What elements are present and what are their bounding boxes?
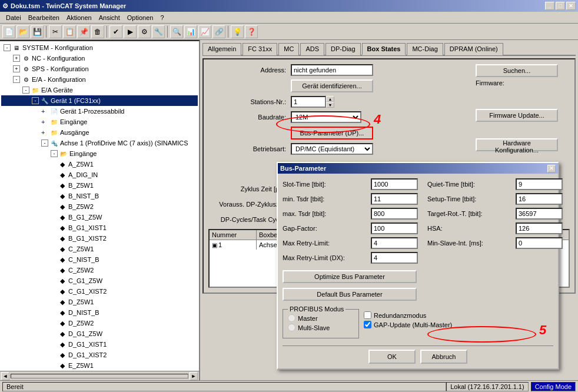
tab-box-states[interactable]: Box States (362, 43, 406, 55)
menu-ansicht[interactable]: Ansicht (95, 13, 124, 22)
dialog-ok-button[interactable]: OK (368, 350, 416, 364)
tree-item-c_g1_z5w[interactable]: ◆ C_G1_Z5W (1, 275, 198, 286)
scroll-right-btn[interactable]: ► (190, 372, 198, 380)
firmware-update-button[interactable]: Firmware Update... (476, 109, 558, 122)
expander-nc[interactable]: + (13, 55, 20, 62)
tree-item-c_g1_xist2[interactable]: ◆ C_G1_XIST2 (1, 286, 198, 297)
gap-factor-input[interactable] (371, 222, 418, 234)
scroll-left-btn[interactable]: ◄ (1, 372, 9, 380)
default-bus-button[interactable]: Default Bus Parameter (283, 288, 417, 301)
tree-container[interactable]: - 🖥 SYSTEM - Konfiguration + ⚙ NC - Konf… (0, 41, 199, 371)
tree-hscrollbar[interactable]: ◄ ► (0, 371, 199, 380)
tree-item-d_g1_xist1[interactable]: ◆ D_G1_XIST1 (1, 339, 198, 350)
tree-item-b_g1_z5w[interactable]: ◆ B_G1_Z5W (1, 212, 198, 222)
tb-check[interactable]: ✔ (109, 25, 122, 38)
min-tsdr-input[interactable] (371, 193, 418, 205)
tb-open[interactable]: 📂 (16, 25, 29, 38)
tab-mc[interactable]: MC (278, 43, 299, 55)
tree-item-a_dig_in[interactable]: ◆ A_DIG_IN (1, 170, 198, 180)
menu-help[interactable]: ? (157, 13, 167, 22)
tb-delete[interactable]: 🗑 (91, 25, 104, 38)
expander-achse1[interactable]: - (41, 139, 48, 147)
bus-parameter-button[interactable]: Bus-Parameter (DP)... (291, 127, 373, 139)
max-retry-input[interactable] (371, 237, 418, 249)
geraet-identifizieren-button[interactable]: Gerät identifizieren... (291, 79, 373, 92)
min-slave-input[interactable] (516, 237, 563, 249)
target-rot-input[interactable] (516, 208, 563, 220)
tab-ads[interactable]: ADS (300, 43, 324, 55)
tree-item-geraet1[interactable]: - 🔧 Gerät 1 (FC31xx) (1, 95, 198, 106)
tb-btn9[interactable]: 💡 (231, 25, 244, 38)
tb-save[interactable]: 💾 (31, 25, 44, 38)
stations-spin-down[interactable]: ▼ (326, 102, 334, 108)
baudrate-select[interactable]: 12M 6M 3M (291, 111, 361, 123)
gap-update-checkbox[interactable] (364, 321, 371, 328)
slot-time-input[interactable] (371, 178, 418, 190)
tree-item-c_nist_b[interactable]: ◆ C_NIST_B (1, 254, 198, 265)
tb-paste[interactable]: 📌 (77, 25, 90, 38)
tb-copy[interactable]: 📋 (63, 25, 76, 38)
expander-ea[interactable]: - (13, 76, 20, 83)
minimize-button[interactable]: _ (545, 2, 554, 10)
stations-spin-up[interactable]: ▲ (326, 96, 334, 102)
expander-system[interactable]: - (4, 44, 11, 51)
menu-aktionen[interactable]: Aktionen (63, 13, 95, 22)
tree-item-d_g1_z5w[interactable]: ◆ D_G1_Z5W (1, 328, 198, 339)
tree-item-b_g1_xist2[interactable]: ◆ B_G1_XIST2 (1, 233, 198, 244)
dialog-close-button[interactable]: ✕ (547, 165, 556, 172)
tab-dp-diag[interactable]: DP-Diag (325, 43, 361, 55)
expander-ea-geraete[interactable]: - (22, 87, 29, 94)
tree-item-sps[interactable]: + ⚙ SPS - Konfiguration (1, 64, 198, 74)
setup-time-input[interactable] (516, 193, 563, 205)
tree-item-b_z5w1[interactable]: ◆ B_Z5W1 (1, 180, 198, 191)
tree-item-achse1-eingaenge[interactable]: - 📂 Eingänge (1, 148, 198, 159)
tab-allgemein[interactable]: Allgemein (202, 43, 241, 55)
stations-input[interactable] (291, 96, 326, 108)
tab-fc31xx[interactable]: FC 31xx (243, 43, 277, 55)
tree-item-ausgaenge[interactable]: + 📁 Ausgänge (1, 127, 198, 138)
tb-btn7[interactable]: 📈 (198, 25, 211, 38)
dialog-abbruch-button[interactable]: Abbruch (420, 350, 467, 364)
max-tsdr-input[interactable] (371, 208, 418, 220)
tb-btn4[interactable]: 🔧 (152, 25, 165, 38)
menu-bearbeiten[interactable]: Bearbeiten (25, 13, 63, 22)
tree-item-b_g1_xist1[interactable]: ◆ B_G1_XIST1 (1, 222, 198, 233)
tree-item-c_z5w1[interactable]: ◆ C_Z5W1 (1, 244, 198, 254)
tree-item-c_z5w2[interactable]: ◆ C_Z5W2 (1, 265, 198, 275)
max-retry-dx-input[interactable] (371, 252, 418, 264)
tree-item-b_nist_b[interactable]: ◆ B_NIST_B (1, 191, 198, 201)
tb-btn8[interactable]: 🔗 (212, 25, 225, 38)
tree-item-prozessbild[interactable]: + 📄 Gerät 1-Prozessabbild (1, 106, 198, 117)
suchen-button[interactable]: Suchen... (476, 64, 558, 77)
tree-item-d_z5w1[interactable]: ◆ D_Z5W1 (1, 297, 198, 307)
tree-item-d_nist_b[interactable]: ◆ D_NIST_B (1, 307, 198, 318)
master-radio[interactable] (288, 314, 295, 322)
tab-dpram[interactable]: DPRAM (Online) (444, 43, 503, 55)
redundanzmodus-checkbox[interactable] (364, 311, 371, 319)
tab-mc-diag[interactable]: MC-Diag (407, 43, 443, 55)
tree-item-d_z5w2[interactable]: ◆ D_Z5W2 (1, 318, 198, 328)
tb-btn6[interactable]: 📊 (184, 25, 197, 38)
expander-geraet1[interactable]: - (32, 97, 39, 104)
tree-item-eingaenge[interactable]: + 📁 Eingänge (1, 117, 198, 127)
address-input[interactable] (291, 64, 373, 76)
multi-slave-radio[interactable] (288, 324, 295, 331)
tb-cut[interactable]: ✂ (49, 25, 62, 38)
tree-item-ea[interactable]: - ⚙ E/A - Konfiguration (1, 74, 198, 85)
expander-achse1-eingaenge[interactable]: - (51, 150, 58, 157)
tb-new[interactable]: 📄 (2, 25, 15, 38)
tree-item-ea-geraete[interactable]: - 📁 E/A Geräte (1, 85, 198, 95)
tb-activate[interactable]: ▶ (124, 25, 137, 38)
tree-item-d_g1_xist2[interactable]: ◆ D_G1_XIST2 (1, 350, 198, 360)
menu-optionen[interactable]: Optionen (124, 13, 157, 22)
optimize-bus-button[interactable]: Optimize Bus Parameter (283, 270, 417, 283)
tb-btn3[interactable]: ⚙ (138, 25, 151, 38)
tree-item-b_z5w2[interactable]: ◆ B_Z5W2 (1, 201, 198, 212)
quiet-time-input[interactable] (516, 178, 563, 190)
expander-sps[interactable]: + (13, 65, 20, 72)
tree-item-nc[interactable]: + ⚙ NC - Konfiguration (1, 53, 198, 64)
tree-item-system[interactable]: - 🖥 SYSTEM - Konfiguration (1, 42, 198, 53)
tree-item-achse1[interactable]: - 🔩 Achse 1 (ProfiDrive MC (7 axis)) (SI… (1, 138, 198, 148)
hardware-konfiguration-button[interactable]: Hardware Konfiguration... (476, 138, 558, 151)
menu-datei[interactable]: Datei (2, 13, 25, 22)
